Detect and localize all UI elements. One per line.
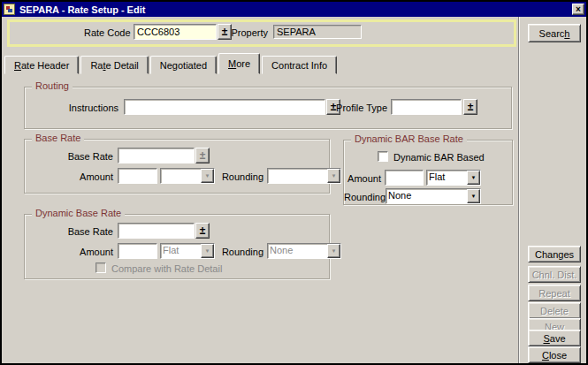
- tab-contract-info-text-pre: Contract Info: [271, 60, 327, 71]
- dynamic-base-rate-label: Base Rate: [25, 226, 113, 237]
- profile-type-input[interactable]: [391, 99, 462, 115]
- delete-button: Delete: [528, 302, 581, 319]
- rate-code-input[interactable]: [134, 24, 217, 40]
- dynamic-bar-base-rate-group: Dynamic BAR Base Rate Dynamic BAR Based …: [343, 140, 513, 205]
- chevron-down-icon: ▼: [327, 244, 340, 258]
- base-rate-group-title: Base Rate: [32, 133, 84, 143]
- dynamic-amount-input[interactable]: [118, 243, 157, 259]
- dynamic-amount-type-combo: Flat ▼: [160, 243, 215, 259]
- chevron-down-icon: ▼: [327, 169, 340, 183]
- dynamic-bar-based-checkbox[interactable]: [378, 151, 388, 162]
- bar-rounding-combo[interactable]: None ▼: [386, 188, 481, 204]
- routing-group-title: Routing: [32, 80, 73, 91]
- base-amount-label: Amount: [25, 171, 113, 182]
- tab-rate-header[interactable]: Rate Header: [4, 56, 79, 74]
- search-button-text-pre: Searc: [539, 28, 565, 39]
- dynamic-base-rate-group: Dynamic Base Rate Base Rate ± Amount Fla…: [24, 214, 330, 279]
- tab-more[interactable]: More: [218, 53, 260, 74]
- save-button[interactable]: Save: [528, 330, 581, 346]
- bar-rounding-label: Rounding: [344, 192, 383, 202]
- routing-group: Routing Instructions ± Profile Type ±: [24, 87, 512, 129]
- base-rounding-combo: ▼: [267, 168, 341, 184]
- property-label: Property: [227, 27, 268, 38]
- chevron-down-icon: ▼: [201, 244, 214, 258]
- changes-button-text-post: es: [563, 249, 574, 260]
- base-amount-input[interactable]: [118, 168, 157, 184]
- delete-button-text-pre: Delete: [540, 306, 569, 316]
- chnl-dist-button-text-pre: Chnl. Dist.: [532, 270, 577, 280]
- chevron-down-icon: ▼: [467, 189, 480, 203]
- chnl-dist-button: Chnl. Dist.: [528, 266, 581, 283]
- tab-rate-detail-text-pre: Ra: [90, 60, 103, 71]
- base-amount-type-value: [161, 169, 201, 183]
- dynamic-base-group-title: Dynamic Base Rate: [32, 208, 125, 218]
- dynamic-amount-type-value: Flat: [161, 244, 201, 258]
- instructions-label: Instructions: [27, 103, 118, 113]
- save-button-text-post: ave: [550, 333, 566, 344]
- tab-contract-info[interactable]: Contract Info: [262, 56, 337, 74]
- close-button-text-key: C: [542, 350, 549, 361]
- dynamic-rounding-label: Rounding: [216, 247, 263, 257]
- bar-rounding-value: None: [386, 189, 467, 203]
- tab-rate-detail[interactable]: Rate Detail: [80, 56, 148, 74]
- base-rate-label: Base Rate: [25, 151, 113, 162]
- base-rounding-value: [268, 169, 327, 183]
- chevron-down-icon: ▼: [467, 171, 480, 185]
- dynamic-base-rate-lov-button[interactable]: ±: [195, 223, 210, 239]
- base-amount-type-combo: ▼: [160, 168, 215, 184]
- base-rounding-label: Rounding: [216, 171, 263, 182]
- dynamic-amount-label: Amount: [25, 247, 113, 257]
- close-button-text-post: lose: [549, 350, 567, 361]
- side-button-panel: Search Changes Chnl. Dist. Repeat Delete…: [518, 17, 586, 363]
- changes-button-text-pre: Chan: [535, 249, 558, 260]
- tab-rate-header-text-post: ate Header: [21, 60, 69, 71]
- repeat-button: Repeat: [528, 285, 581, 301]
- dynamic-rounding-value: None: [268, 244, 327, 258]
- instructions-input[interactable]: [124, 99, 325, 115]
- changes-button[interactable]: Changes: [528, 246, 581, 262]
- dynamic-base-rate-input[interactable]: [118, 223, 195, 239]
- window-title: SEPARA - Rate Setup - Edit: [19, 4, 145, 15]
- bar-amount-label: Amount: [344, 173, 381, 184]
- save-button-text-key: S: [543, 333, 549, 344]
- rate-code-label: Rate Code: [84, 27, 130, 38]
- dynamic-bar-group-title: Dynamic BAR Base Rate: [351, 133, 467, 144]
- compare-with-rate-detail-label: Compare with Rate Detail: [111, 263, 222, 274]
- bar-amount-input[interactable]: [385, 170, 424, 186]
- profile-type-label: Profile Type: [334, 103, 387, 113]
- compare-with-rate-detail-checkbox: [95, 262, 106, 273]
- header-panel: Rate Code ± Property: [7, 19, 516, 47]
- property-input: [273, 25, 362, 39]
- base-rate-lov-button: ±: [195, 148, 210, 163]
- search-button[interactable]: Search: [528, 24, 581, 42]
- profile-type-lov-button[interactable]: ±: [463, 99, 477, 115]
- tab-rate-header-text-key: R: [14, 60, 21, 71]
- base-rate-input[interactable]: [118, 148, 195, 163]
- titlebar: SEPARA - Rate Setup - Edit ×: [2, 2, 586, 17]
- app-icon: [4, 4, 15, 15]
- tab-negotiated-text-pre: Negotiated: [160, 60, 207, 71]
- close-icon[interactable]: ×: [572, 4, 584, 15]
- chevron-down-icon: ▼: [201, 169, 214, 183]
- bar-amount-type-combo[interactable]: Flat ▼: [426, 170, 481, 186]
- tab-negotiated[interactable]: Negotiated: [150, 56, 217, 74]
- dynamic-bar-based-label: Dynamic BAR Based: [393, 152, 485, 163]
- base-rate-group: Base Rate Base Rate ± Amount ▼ Rounding …: [24, 139, 330, 194]
- tab-more-text-post: ore: [236, 58, 250, 69]
- search-button-text-key: h: [564, 28, 569, 39]
- tab-rate-detail-text-post: e Detail: [106, 60, 139, 71]
- repeat-button-text-pre: Repeat: [538, 288, 569, 299]
- dynamic-rounding-combo: None ▼: [267, 243, 341, 259]
- rate-setup-window: SEPARA - Rate Setup - Edit × Rate Code ±…: [0, 0, 588, 365]
- tab-strip: Rate Header Rate Detail Negotiated More …: [4, 53, 339, 74]
- bar-amount-type-value: Flat: [427, 171, 467, 185]
- close-button[interactable]: Close: [528, 346, 581, 363]
- tab-more-text-key: M: [228, 58, 236, 69]
